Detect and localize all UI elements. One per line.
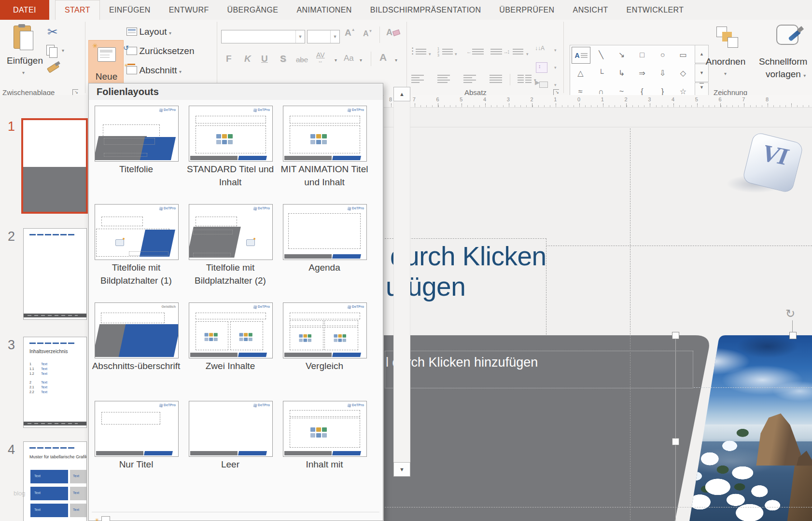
gallery-scroll-up-button[interactable]: ▲ — [393, 87, 410, 101]
slide-title-text[interactable]: durch Klicken ufügen — [390, 241, 546, 302]
line-spacing-icon[interactable]: ↕ — [507, 48, 510, 55]
slide-thumbnail-2[interactable] — [23, 228, 87, 320]
resize-handle[interactable] — [672, 332, 679, 339]
text-direction-icon[interactable]: ↓↓A — [535, 45, 545, 52]
layout-thumbnail-contentcap[interactable]: DeTPro — [283, 401, 367, 457]
paragraph-lines-icon[interactable] — [442, 49, 453, 57]
slide-thumbnail-1[interactable] — [21, 118, 88, 214]
tab-überprüfen[interactable]: ÜBERPRÜFEN — [490, 0, 563, 20]
content-icon — [334, 334, 338, 338]
tab-übergänge[interactable]: ÜBERGÄNGE — [218, 0, 288, 20]
layout-thumbnail-content[interactable]: DeTPro — [283, 106, 367, 162]
layout-thumbnail-content[interactable]: DeTPro — [189, 106, 273, 162]
slide-thumbnail-3[interactable]: Inhaltsverzeichnis1Text1.1Text1.2Text2Te… — [23, 337, 87, 428]
shape-glyph-icon[interactable]: ↘ — [612, 46, 631, 64]
layout-thumbnail-section[interactable]: Geistlich — [95, 302, 179, 358]
tab-einfügen[interactable]: EINFÜGEN — [100, 0, 160, 20]
paragraph-lines-icon[interactable] — [416, 49, 426, 57]
toc-number: 1.2 — [29, 372, 34, 375]
resize-handle[interactable] — [672, 438, 679, 445]
dropdown-separator — [92, 512, 379, 512]
shape-glyph-icon[interactable]: └ — [591, 64, 611, 82]
tab-animationen[interactable]: ANIMATIONEN — [287, 0, 361, 20]
shape-glyph-icon[interactable]: ╲ — [591, 46, 611, 64]
paragraph-lines-icon[interactable] — [525, 75, 532, 83]
justify-icon[interactable] — [490, 75, 502, 83]
shape-glyph-icon[interactable]: ◇ — [673, 64, 693, 82]
layout-thumbnail-pic1[interactable]: DeTPro — [95, 204, 179, 260]
align-text-caret-icon[interactable]: ▾ — [554, 65, 557, 70]
text-direction-caret-icon[interactable]: ▾ — [554, 48, 557, 53]
layout-thumbnail-two[interactable]: DeTPro — [189, 302, 273, 358]
smartart-caret-icon[interactable]: ▾ — [554, 82, 557, 87]
ruler-number: 8 — [389, 96, 392, 102]
align-center-icon[interactable] — [437, 75, 450, 83]
slide-thumbnail-4[interactable]: Muster für tabellarische GrafikTextTextT… — [23, 441, 87, 521]
gallery-scroll-down-button[interactable]: ▼ — [393, 462, 410, 477]
placeholder-outline — [104, 153, 147, 157]
layout-thumbnail-pic2[interactable]: DeTPro — [189, 204, 273, 260]
content-icon — [209, 333, 213, 336]
ruler-number: 0 — [577, 96, 580, 102]
numbering-caret-icon[interactable]: ▾ — [455, 52, 457, 56]
shape-glyph-icon[interactable]: ↳ — [612, 64, 631, 82]
shape-textbox-icon[interactable]: A — [572, 47, 590, 64]
decrease-indent-icon[interactable]: ← — [466, 49, 472, 55]
thumb-footer-bar — [24, 314, 86, 317]
layout-thumbnail-titleonly[interactable]: DeTPro — [95, 401, 179, 457]
align-right-icon[interactable] — [463, 75, 476, 83]
slide-photo[interactable] — [688, 335, 812, 521]
shape-glyph-icon[interactable]: △ — [571, 64, 590, 82]
resize-handle[interactable] — [789, 332, 797, 339]
tab-bar: DATEISTARTEINFÜGENENTWURFÜBERGÄNGEANIMAT… — [0, 0, 812, 20]
ruler-number: 2 — [625, 96, 628, 102]
paragraph-lines-icon[interactable] — [518, 75, 524, 83]
arrange-label: Anordnen — [704, 56, 747, 67]
tab-ansicht[interactable]: ANSICHT — [564, 0, 617, 20]
layout-label: Zwei Inhalte — [184, 359, 276, 372]
layout-thumbnail-compare[interactable]: DeTPro — [283, 302, 367, 358]
bullets-caret-icon[interactable]: ▾ — [429, 52, 431, 56]
tab-entwurf[interactable]: ENTWURF — [160, 0, 218, 20]
gallery-scroll-track[interactable] — [393, 87, 410, 477]
placeholder-outline — [101, 412, 160, 425]
slide-top-edge — [384, 127, 812, 127]
placeholder-outline — [104, 138, 155, 145]
slide-number: 2 — [8, 229, 15, 244]
shape-glyph-icon[interactable]: ⇒ — [632, 64, 652, 82]
rotate-handle-icon[interactable]: ↻ — [785, 307, 795, 320]
paragraph-lines-icon[interactable] — [472, 49, 484, 57]
tab-bildschirmpräsentation[interactable]: BILDSCHIRMPRÄSENTATION — [361, 0, 490, 20]
horizontal-ruler[interactable]: 87654321012345678 — [384, 95, 812, 108]
layout-thumbnail-agenda[interactable]: DeTPro — [283, 204, 367, 260]
line-spacing-caret-icon[interactable]: ▾ — [526, 52, 529, 56]
shape-glyph-icon[interactable]: ○ — [653, 46, 672, 64]
paragraph-lines-icon[interactable] — [490, 49, 502, 57]
ruler-number: 7 — [742, 96, 745, 102]
content-icon — [239, 338, 243, 341]
content-icon — [216, 140, 221, 144]
tab-entwicklert[interactable]: ENTWICKLERT — [617, 0, 693, 20]
shape-glyph-icon[interactable]: ⇩ — [653, 64, 672, 82]
layout-thumbnail-blank[interactable]: DeTPro — [189, 401, 273, 457]
cell-label: Text — [34, 508, 41, 511]
paragraph-dialog-launcher[interactable]: ↘ — [553, 89, 559, 95]
align-text-icon[interactable]: ↕ — [536, 62, 547, 73]
tab-datei[interactable]: DATEI — [0, 0, 49, 20]
selection-outline-top — [546, 246, 812, 246]
tab-start[interactable]: START — [55, 0, 100, 20]
smartart-convert-icon[interactable]: ▶ — [535, 81, 547, 89]
content-icon — [244, 338, 248, 341]
cube-logo-icon — [253, 108, 257, 112]
slide-number: 4 — [8, 442, 15, 457]
paragraph-lines-icon[interactable] — [513, 49, 523, 57]
content-icons-cluster — [205, 333, 219, 342]
align-left-icon[interactable] — [411, 75, 424, 83]
content-icons-cluster — [310, 134, 328, 145]
gallery-footer-item-partial[interactable]: ✳ — [95, 515, 239, 521]
thumb-title: Muster für tabellarische Grafik — [29, 454, 87, 459]
shape-glyph-icon[interactable]: □ — [632, 46, 652, 64]
layout-thumbnail-title[interactable]: DeTPro — [95, 106, 179, 162]
shape-glyph-icon[interactable]: ▭ — [673, 46, 693, 64]
content-icon — [216, 134, 221, 138]
